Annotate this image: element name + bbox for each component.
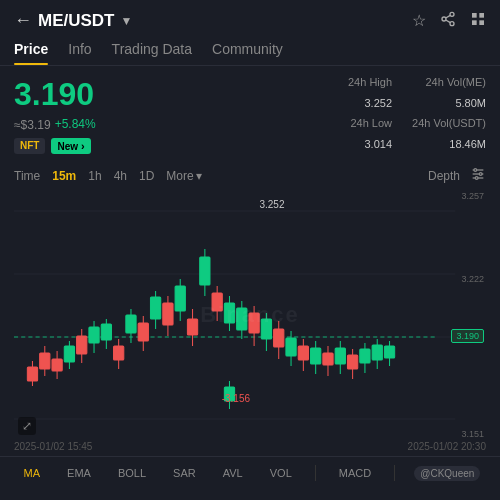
price-left: 3.190 ≈$3.19 +5.84% NFT New [14,76,96,154]
price-change: +5.84% [55,117,96,131]
main-price: 3.190 [14,76,96,113]
more-intervals-button[interactable]: More ▾ [166,169,201,183]
y-axis: 3.257 3.222 3.151 [461,191,484,439]
price-annotation-low: -3.156 [222,393,250,404]
toolbar-divider-2 [394,465,395,481]
svg-rect-61 [200,257,210,285]
interval-1d[interactable]: 1D [139,169,154,183]
user-handle: @CKQueen [414,466,480,481]
date-label-end: 2025-01/02 20:30 [408,441,486,452]
expand-chart-button[interactable]: ⤢ [18,417,36,435]
interval-1h[interactable]: 1h [88,169,101,183]
indicator-sar[interactable]: SAR [169,465,200,481]
low-label: 24h Low [318,117,392,134]
depth-button[interactable]: Depth [428,169,460,183]
interval-4h[interactable]: 4h [114,169,127,183]
tab-community[interactable]: Community [212,41,283,65]
low-value: 3.014 [318,138,392,155]
svg-rect-6 [479,13,484,18]
svg-rect-7 [472,20,477,25]
indicator-ema[interactable]: EMA [63,465,95,481]
svg-point-1 [442,17,446,21]
svg-rect-63 [224,303,234,323]
svg-rect-31 [138,323,148,341]
svg-rect-41 [274,329,284,347]
price-stats: 24h High 24h Vol(ME) 3.252 5.80M 24h Low… [318,76,486,154]
svg-rect-59 [175,286,185,311]
svg-rect-51 [89,327,99,343]
layout-icon[interactable] [470,11,486,31]
svg-point-0 [450,12,454,16]
svg-rect-43 [298,346,308,360]
new-badge[interactable]: New [51,138,90,154]
current-price-box: 3.190 [451,329,484,343]
indicator-avl[interactable]: AVL [219,465,247,481]
price-usd: ≈$3.19 [14,118,51,132]
svg-rect-35 [187,319,197,335]
header-left: ← ME/USDT ▼ [14,10,132,31]
svg-rect-55 [126,315,136,333]
indicator-macd[interactable]: MACD [335,465,375,481]
y-label-mid-high: 3.222 [461,274,484,284]
chart-settings-button[interactable] [470,166,486,185]
tab-info[interactable]: Info [68,41,91,65]
vol-me-value: 5.80M [412,97,486,114]
chart-controls: Time 15m 1h 4h 1D More ▾ Depth [0,160,500,191]
svg-rect-23 [40,353,50,369]
svg-rect-25 [52,359,62,371]
interval-15m[interactable]: 15m [52,169,76,183]
date-labels: 2025-01/02 15:45 2025-01/02 20:30 [0,439,500,454]
tab-price[interactable]: Price [14,41,48,65]
svg-point-13 [479,173,482,176]
svg-rect-69 [286,338,296,356]
share-icon[interactable] [440,11,456,31]
svg-rect-81 [384,346,394,358]
svg-rect-67 [261,319,271,339]
svg-rect-27 [77,336,87,354]
svg-rect-45 [323,353,333,365]
indicator-boll[interactable]: BOLL [114,465,150,481]
high-value: 3.252 [318,97,392,114]
svg-rect-57 [150,297,160,319]
svg-rect-79 [372,345,382,360]
svg-rect-65 [237,308,247,330]
svg-rect-39 [249,313,259,333]
date-label-start: 2025-01/02 15:45 [14,441,92,452]
header: ← ME/USDT ▼ ☆ [0,0,500,37]
badges: NFT New [14,138,96,154]
pair-dropdown-icon[interactable]: ▼ [121,14,133,28]
price-section: 3.190 ≈$3.19 +5.84% NFT New 24h High 24h… [0,66,500,160]
svg-rect-21 [27,367,37,381]
svg-rect-29 [114,346,124,360]
svg-point-14 [475,177,478,180]
time-label: Time [14,169,40,183]
svg-rect-47 [347,355,357,369]
nft-badge: NFT [14,138,45,154]
svg-rect-77 [360,349,370,363]
y-label-high: 3.257 [461,191,484,201]
tab-trading-data[interactable]: Trading Data [112,41,192,65]
tabs-bar: Price Info Trading Data Community [0,37,500,66]
time-controls: Time 15m 1h 4h 1D More ▾ [14,169,202,183]
indicator-ma[interactable]: MA [20,465,45,481]
y-label-low: 3.151 [461,429,484,439]
svg-rect-33 [163,303,173,325]
vol-usdt-label: 24h Vol(USDT) [412,117,486,134]
svg-line-3 [446,20,451,23]
svg-rect-5 [472,13,477,18]
chart-area: Binance 3.257 3.222 3.151 [14,191,486,439]
svg-rect-71 [311,348,321,364]
favorite-icon[interactable]: ☆ [412,11,426,30]
svg-rect-53 [101,324,111,340]
bottom-toolbar: MA EMA BOLL SAR AVL VOL MACD @CKQueen [0,456,500,489]
price-annotation-high: 3.252 [259,199,284,210]
svg-rect-8 [479,20,484,25]
svg-rect-73 [335,348,345,364]
back-button[interactable]: ← [14,10,32,31]
svg-rect-49 [64,346,74,362]
trading-pair: ME/USDT [38,11,115,31]
svg-point-12 [474,169,477,172]
svg-rect-37 [212,293,222,311]
toolbar-divider [315,465,316,481]
indicator-vol[interactable]: VOL [266,465,296,481]
